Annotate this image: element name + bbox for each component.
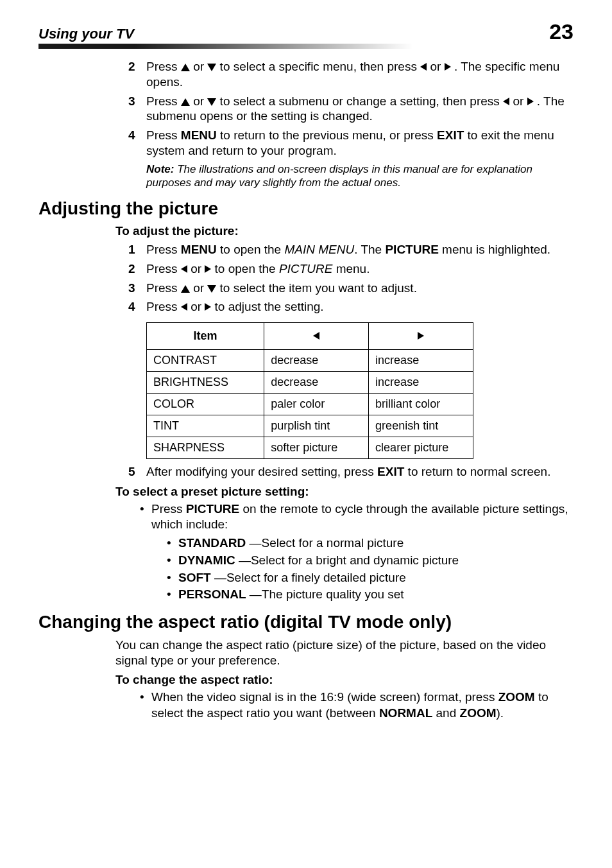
normal-key: NORMAL bbox=[379, 706, 432, 720]
arrow-left-icon bbox=[420, 63, 427, 71]
menu-key: MENU bbox=[181, 243, 217, 256]
t: After modifying your desired setting, pr… bbox=[146, 465, 377, 478]
col-left bbox=[264, 323, 369, 350]
t: or bbox=[187, 300, 205, 313]
arrow-left-icon bbox=[181, 265, 187, 273]
aspect-intro: You can change the aspect ratio (picture… bbox=[115, 638, 574, 668]
main-menu-name: MAIN MENU bbox=[284, 243, 354, 256]
table-row: BRIGHTNESSdecreaseincrease bbox=[147, 372, 473, 394]
table-row: COLORpaler colorbrilliant color bbox=[147, 394, 473, 415]
cell: TINT bbox=[147, 415, 264, 437]
picture-key: PICTURE bbox=[186, 502, 239, 516]
t: Press bbox=[146, 281, 181, 295]
to-change-aspect-proc: To change the aspect ratio: bbox=[115, 673, 574, 687]
t: Press bbox=[146, 60, 181, 73]
page-header: Using your TV 23 bbox=[38, 26, 574, 51]
picture-menu-name: PICTURE bbox=[279, 262, 332, 275]
t: to select a specific menu, then press bbox=[220, 60, 421, 73]
list-item: STANDARD —Select for a normal picture bbox=[167, 535, 574, 551]
t: When the video signal is in the 16:9 (wi… bbox=[151, 690, 498, 704]
arrow-down-icon bbox=[207, 98, 216, 106]
arrow-right-icon bbox=[527, 98, 534, 105]
cell: COLOR bbox=[147, 394, 264, 415]
step-number: 3 bbox=[128, 94, 146, 125]
t: or bbox=[187, 262, 205, 275]
mode-name: STANDARD bbox=[178, 536, 246, 550]
t: to return to the previous menu, or press bbox=[217, 128, 437, 142]
adjust-step-1: 1 Press MENU to open the MAIN MENU. The … bbox=[128, 242, 574, 257]
t: Press bbox=[146, 262, 181, 275]
cell: softer picture bbox=[264, 437, 369, 459]
aspect-block: When the video signal is in the 16:9 (wi… bbox=[128, 690, 574, 721]
arrow-right-icon bbox=[205, 265, 211, 273]
mode-name: PERSONAL bbox=[178, 587, 246, 601]
aspect-ratio-heading: Changing the aspect ratio (digital TV mo… bbox=[38, 612, 574, 632]
cell: brilliant color bbox=[369, 394, 473, 415]
t: —Select for a finely detailed picture bbox=[211, 571, 406, 584]
col-right bbox=[369, 323, 473, 350]
cell: BRIGHTNESS bbox=[147, 372, 264, 394]
section-title: Using your TV bbox=[38, 26, 134, 42]
adjust-step-4: 4 Press or to adjust the setting. bbox=[128, 299, 574, 315]
note-label: Note: bbox=[146, 163, 174, 175]
step-text: Press or to select the item you want to … bbox=[146, 281, 574, 296]
step-number: 2 bbox=[128, 59, 146, 90]
t: or bbox=[193, 94, 207, 108]
table-header-row: Item bbox=[147, 323, 473, 350]
arrow-left-icon bbox=[503, 98, 509, 105]
cell: paler color bbox=[264, 394, 369, 415]
picture-settings-table: Item CONTRASTdecreaseincrease BRIGHTNESS… bbox=[146, 322, 473, 459]
adjusting-picture-heading: Adjusting the picture bbox=[38, 198, 574, 219]
arrow-down-icon bbox=[207, 285, 216, 293]
mode-name: DYNAMIC bbox=[178, 553, 235, 567]
step-text: Press or to select a submenu or change a… bbox=[146, 94, 574, 125]
step-text: Press or to adjust the setting. bbox=[146, 299, 574, 315]
preset-block: Press PICTURE on the remote to cycle thr… bbox=[128, 501, 574, 603]
menu-key: MENU bbox=[181, 128, 217, 142]
to-select-preset-proc: To select a preset picture setting: bbox=[115, 485, 574, 499]
table-row: TINTpurplish tintgreenish tint bbox=[147, 415, 473, 437]
arrow-down-icon bbox=[207, 64, 216, 71]
step-2: 2 Press or to select a specific menu, th… bbox=[128, 59, 574, 90]
step-number: 4 bbox=[128, 299, 146, 315]
arrow-left-icon bbox=[181, 303, 187, 311]
step-text: After modifying your desired setting, pr… bbox=[146, 464, 574, 480]
t: to adjust the setting. bbox=[211, 300, 323, 313]
mode-name: SOFT bbox=[178, 571, 211, 584]
note-body: The illustrations and on-screen displays… bbox=[146, 163, 532, 189]
t: menu is highlighted. bbox=[439, 243, 550, 256]
cell: decrease bbox=[264, 350, 369, 372]
exit-key: EXIT bbox=[377, 465, 404, 478]
col-item: Item bbox=[147, 323, 264, 350]
t: to return to normal screen. bbox=[404, 465, 550, 478]
table-row: CONTRASTdecreaseincrease bbox=[147, 350, 473, 372]
cell: SHARPNESS bbox=[147, 437, 264, 459]
preset-list: Press PICTURE on the remote to cycle thr… bbox=[128, 501, 574, 603]
list-item: When the video signal is in the 16:9 (wi… bbox=[140, 690, 574, 721]
arrow-up-icon bbox=[181, 98, 190, 106]
cell: CONTRAST bbox=[147, 350, 264, 372]
list-item: Press PICTURE on the remote to cycle thr… bbox=[140, 501, 574, 603]
zoom-key: ZOOM bbox=[498, 690, 535, 704]
t: —Select for a normal picture bbox=[246, 536, 404, 550]
list-item: PERSONAL —The picture quality you set bbox=[167, 587, 574, 603]
page-number: 23 bbox=[549, 19, 574, 44]
t: or bbox=[190, 281, 207, 295]
t: Press bbox=[151, 502, 186, 516]
to-adjust-proc: To adjust the picture: bbox=[115, 224, 574, 238]
adjust-steps: 1 Press MENU to open the MAIN MENU. The … bbox=[128, 242, 574, 480]
adjust-step-5: 5 After modifying your desired setting, … bbox=[128, 464, 574, 480]
t: and bbox=[432, 706, 459, 720]
t: or bbox=[430, 60, 445, 73]
t: Press bbox=[146, 300, 181, 313]
picture-key: PICTURE bbox=[385, 243, 438, 256]
t: to open the bbox=[211, 262, 279, 275]
t: to open the bbox=[217, 243, 285, 256]
cell: increase bbox=[369, 350, 473, 372]
t: ). bbox=[497, 706, 504, 720]
arrow-up-icon bbox=[181, 64, 190, 71]
cell: greenish tint bbox=[369, 415, 473, 437]
table-row: SHARPNESSsofter pictureclearer picture bbox=[147, 437, 473, 459]
cell: decrease bbox=[264, 372, 369, 394]
top-steps: 2 Press or to select a specific menu, th… bbox=[128, 59, 574, 189]
